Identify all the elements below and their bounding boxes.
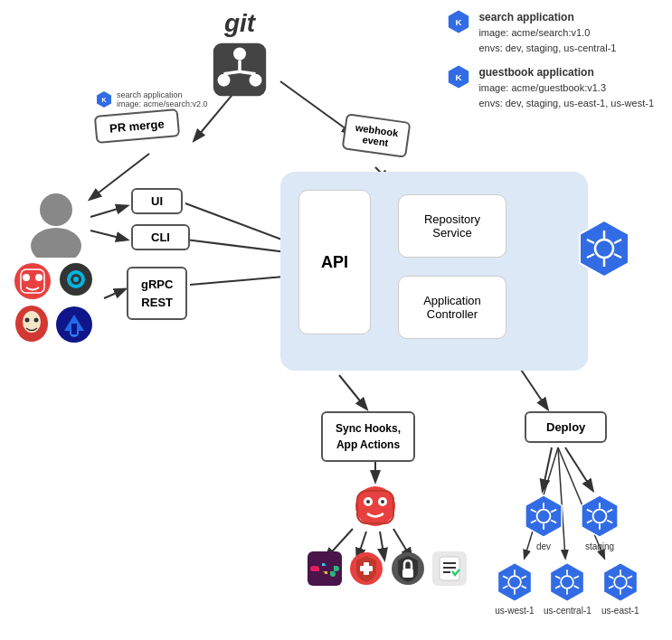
svg-line-0 [90,206,127,217]
svg-text:K: K [101,97,106,103]
bottom-robot [353,484,398,537]
svg-point-38 [23,274,30,281]
svg-marker-86 [582,495,618,537]
pr-merge-label: PR merge [109,117,165,135]
pr-k8s-icon: K [95,90,113,108]
svg-line-4 [104,289,125,298]
svg-point-43 [73,277,79,282]
svg-point-35 [40,193,72,226]
svg-line-3 [185,240,294,253]
svg-point-36 [31,228,81,258]
svg-line-28 [240,71,256,73]
api-box: API [298,190,371,334]
app-controller-box: Application Controller [398,276,506,339]
svg-line-2 [185,203,294,244]
svg-point-47 [34,318,39,323]
k8s-us-west: us-west-1 [493,560,536,616]
sync-hooks-label: Sync Hooks, App Actions [336,422,401,451]
k8s-row2: us-west-1 us-central-1 [493,560,642,616]
sync-hooks-box: Sync Hooks, App Actions [321,411,415,462]
svg-marker-104 [551,563,584,602]
cli-box: CLI [131,224,190,250]
k8s-us-east: us-east-1 [599,560,642,616]
svg-line-5 [190,276,294,285]
k8s-us-west-icon [493,560,536,604]
pr-merge-box: PR merge [94,108,180,144]
svg-point-46 [25,318,30,323]
svg-point-37 [14,263,51,299]
svg-rect-50 [71,324,77,334]
webhook-area: webhookevent [344,118,409,154]
svg-line-18 [565,447,592,490]
k8s-us-central-icon [545,560,589,604]
k8s-us-east-icon [599,560,642,604]
svg-point-39 [35,274,43,281]
slack-icon [308,551,342,586]
guestbook-app-k8s-icon: K [446,64,471,89]
k8s-staging-label: staging [585,541,614,551]
svg-point-23 [233,48,246,61]
svg-line-8 [280,81,353,134]
svg-point-24 [218,74,231,87]
ui-label: UI [151,194,163,208]
k8s-us-west-label: us-west-1 [495,606,534,616]
bottom-robot-icon [353,484,398,533]
user-icon [27,190,86,261]
git-label: git [208,9,271,38]
k8s-staging: staging [576,493,623,551]
robot-mascot-1 [14,262,52,300]
cli-label: CLI [151,231,170,244]
svg-line-17 [543,447,552,490]
diagram: git K search application image: acme/sea… [0,0,672,640]
svg-point-45 [23,311,41,333]
svg-text:K: K [456,17,462,27]
lock-shield-icon [391,551,425,586]
svg-line-10 [339,375,366,409]
search-app-text: search application image: acme/search:v1… [478,9,616,55]
k8s-main-icon [573,217,636,284]
bottom-tools [308,551,467,586]
svg-marker-51 [580,221,629,277]
api-label: API [321,253,348,272]
k8s-us-east-label: us-east-1 [601,606,639,616]
svg-marker-113 [603,563,637,602]
repo-service-box: Repository Service [398,194,506,258]
svg-point-25 [250,74,262,87]
ui-box: UI [131,188,183,214]
pr-merge-area: K search applicationimage: acme/search:v… [95,90,208,140]
deploy-box: Deploy [525,411,607,443]
guestbook-app-item: K guestbook application image: acme/gues… [446,64,654,110]
svg-marker-77 [525,495,562,537]
svg-point-64 [381,500,384,504]
helm-icon [55,306,93,344]
bot-icons [14,262,93,344]
security-shield-icon [349,551,383,586]
k8s-dev-icon [520,493,567,540]
grpc-rest-box: gRPCREST [127,267,187,320]
svg-point-63 [366,500,370,504]
checklist-icon [432,551,467,586]
search-app-k8s-icon: K [446,9,471,34]
git-logo: git [208,9,271,105]
svg-rect-71 [402,569,413,578]
k8s-row1: dev staging [520,493,623,551]
repo-service-label: Repository Service [424,212,480,240]
svg-line-27 [224,71,241,73]
k8s-us-central: us-central-1 [544,560,592,616]
webhook-box: webhookevent [342,113,412,158]
app-info: K search application image: acme/search:… [446,9,654,119]
guestbook-app-text: guestbook application image: acme/guestb… [478,64,654,110]
pr-search-label: search applicationimage: acme/search:v2.… [117,90,208,108]
svg-marker-95 [497,563,531,602]
svg-line-1 [90,231,127,240]
k8s-dev: dev [520,493,567,551]
git-icon [208,38,271,101]
k8s-staging-icon [576,493,623,540]
app-controller-label: Application Controller [423,294,481,321]
deploy-label: Deploy [546,420,585,434]
circle-ci-icon [59,262,93,296]
grpc-label: gRPCREST [141,278,173,309]
k8s-dev-label: dev [536,541,551,551]
jenkins-icon [14,306,50,344]
svg-text:K: K [456,72,462,82]
